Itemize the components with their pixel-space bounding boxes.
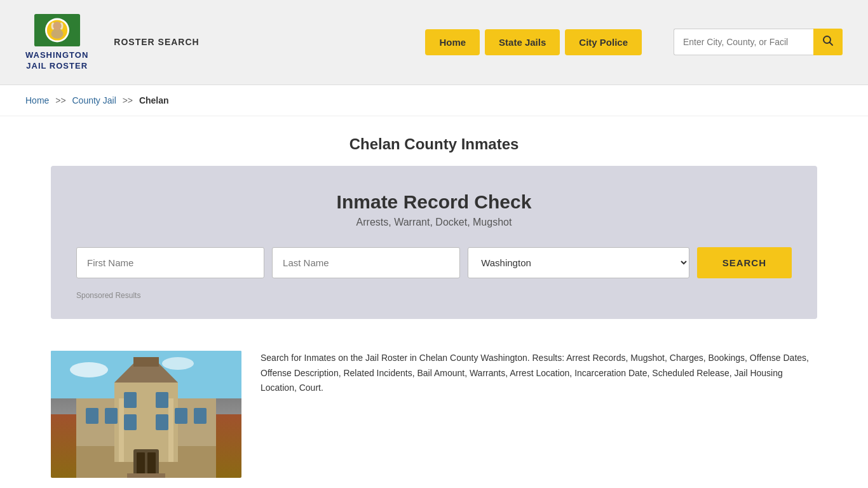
breadcrumb: Home >> County Jail >> Chelan [0,85,868,116]
logo-flag-icon [32,13,83,48]
svg-rect-31 [168,398,173,462]
svg-line-9 [830,43,833,46]
jail-building-svg [51,351,241,478]
record-check-box: Inmate Record Check Arrests, Warrant, Do… [51,166,817,319]
site-header: WASHINGTON JAIL ROSTER ROSTER SEARCH Hom… [0,0,868,85]
svg-point-11 [70,362,108,377]
svg-rect-28 [147,452,156,475]
logo-title: WASHINGTON JAIL ROSTER [25,50,88,72]
svg-rect-27 [137,452,145,475]
main-nav: Home State Jails City Police [425,29,642,55]
svg-rect-20 [175,408,187,424]
breadcrumb-county-jail-link[interactable]: County Jail [72,95,116,105]
roster-search-label: ROSTER SEARCH [114,37,199,47]
sponsored-results-label: Sponsored Results [76,291,792,300]
breadcrumb-sep2: >> [123,95,133,105]
nav-city-police-button[interactable]: City Police [565,29,642,55]
search-icon [822,35,834,46]
svg-rect-21 [194,408,207,424]
breadcrumb-home-link[interactable]: Home [25,95,49,105]
svg-rect-25 [156,414,168,430]
page-title: Chelan County Inmates [25,135,843,153]
jail-building-image [51,351,241,478]
state-select[interactable]: AlabamaAlaskaArizonaArkansasCaliforniaCo… [468,247,689,278]
first-name-input[interactable] [76,247,264,278]
record-check-title: Inmate Record Check [76,191,792,213]
svg-rect-18 [86,408,98,424]
svg-rect-30 [119,398,124,462]
last-name-input[interactable] [272,247,460,278]
svg-point-4 [51,29,63,39]
bottom-section: Search for Inmates on the Jail Roster in… [0,338,868,488]
inmate-search-button[interactable]: SEARCH [697,247,792,278]
svg-rect-29 [127,473,165,478]
svg-rect-17 [133,357,159,367]
breadcrumb-current: Chelan [139,95,169,105]
page-title-area: Chelan County Inmates [0,116,868,166]
header-search-button[interactable] [813,29,843,55]
record-check-subtitle: Arrests, Warrant, Docket, Mugshot [76,217,792,228]
svg-rect-19 [105,408,118,424]
header-search-input[interactable] [674,29,813,55]
inmate-search-form: AlabamaAlaskaArizonaArkansasCaliforniaCo… [76,247,792,278]
logo-area[interactable]: WASHINGTON JAIL ROSTER [25,13,88,72]
svg-point-7 [53,22,61,30]
nav-home-button[interactable]: Home [425,29,480,55]
nav-state-jails-button[interactable]: State Jails [485,29,560,55]
header-search-bar [674,29,843,55]
svg-rect-22 [124,392,137,408]
description-text: Search for Inmates on the Jail Roster in… [261,351,817,396]
svg-rect-23 [156,392,168,408]
svg-rect-24 [124,414,137,430]
breadcrumb-sep1: >> [55,95,65,105]
svg-point-12 [162,357,194,370]
